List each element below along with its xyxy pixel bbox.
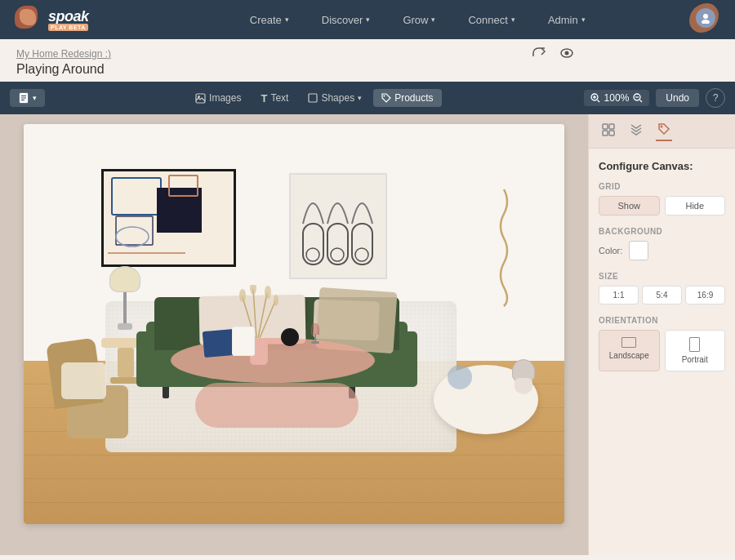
svg-point-0	[703, 14, 708, 19]
coffee-table[interactable]	[158, 338, 387, 428]
nav-item-grow[interactable]: Grow ▾	[388, 0, 450, 39]
svg-point-43	[661, 126, 663, 128]
canvas-frame	[24, 124, 564, 524]
color-label: Color:	[599, 246, 622, 256]
background-label: BACKGROUND	[599, 227, 725, 236]
file-icon	[18, 92, 29, 104]
svg-point-30	[355, 248, 368, 261]
squiggle-svg	[492, 185, 515, 308]
text-tool-button[interactable]: T Text	[252, 89, 296, 108]
portrait-button[interactable]: Portrait	[665, 330, 726, 371]
logo-text: spoak	[48, 9, 89, 24]
nav-bar: spoak PLAY BETA Create ▾ Discover ▾ Grow…	[0, 0, 735, 39]
size-btn-16-9[interactable]: 16:9	[685, 286, 725, 304]
nav-item-connect[interactable]: Connect ▾	[453, 0, 529, 39]
page-title: Playing Around	[0, 62, 735, 82]
svg-line-13	[597, 100, 599, 103]
share-button[interactable]	[530, 44, 548, 66]
breadcrumb[interactable]: My Home Redesign :)	[16, 48, 111, 60]
orientation-label: ORIENTATION	[599, 316, 725, 325]
tag-panel-icon	[657, 122, 670, 136]
art-left[interactable]	[101, 169, 236, 267]
svg-point-24	[116, 227, 149, 247]
zoom-icon	[590, 93, 600, 103]
svg-rect-6	[21, 98, 26, 99]
panel-content: Configure Canvas: GRID Show Hide BACKGRO…	[589, 149, 735, 394]
user-avatar[interactable]	[689, 3, 722, 36]
svg-point-35	[239, 289, 246, 302]
lamp[interactable]	[109, 266, 140, 330]
art-right-svg	[291, 175, 385, 278]
grid-section: GRID Show Hide	[599, 182, 725, 216]
svg-rect-40	[609, 124, 614, 129]
zoom-out-icon	[633, 93, 643, 103]
nav-item-create[interactable]: Create ▾	[235, 0, 304, 39]
svg-point-38	[274, 295, 278, 306]
main-content: Configure Canvas: GRID Show Hide BACKGRO…	[0, 114, 735, 555]
products-tool-button[interactable]: Products	[373, 89, 441, 107]
svg-rect-27	[352, 224, 372, 264]
logo-badge: PLAY BETA	[48, 24, 88, 31]
tag-icon	[381, 93, 391, 103]
panel-tabs	[589, 114, 735, 149]
toolbar: ▾ Images T Text Shapes ▾ P	[0, 82, 735, 114]
svg-rect-7	[21, 100, 24, 100]
grid-hide-button[interactable]: Hide	[665, 196, 726, 216]
background-section: BACKGROUND Color:	[599, 227, 725, 260]
nav-item-admin[interactable]: Admin ▾	[533, 0, 600, 39]
undo-button[interactable]: Undo	[656, 89, 699, 107]
orientation-section: ORIENTATION Landscape Portrait	[599, 316, 725, 371]
svg-rect-5	[21, 96, 26, 96]
side-chair-left[interactable]	[55, 340, 145, 438]
svg-point-37	[265, 286, 271, 299]
svg-point-29	[331, 248, 344, 261]
size-btn-1-1[interactable]: 1:1	[599, 286, 639, 304]
preview-button[interactable]	[558, 44, 576, 66]
art-left-svg	[104, 171, 234, 264]
art-right[interactable]	[289, 173, 387, 279]
shapes-tool-button[interactable]: Shapes ▾	[300, 89, 370, 107]
file-menu-button[interactable]: ▾	[10, 89, 45, 107]
image-icon	[195, 93, 206, 104]
landscape-button[interactable]: Landscape	[599, 330, 660, 371]
panel-tab-grid[interactable]	[600, 122, 617, 140]
panel-tab-layers[interactable]	[628, 122, 644, 140]
pouf-right[interactable]	[430, 353, 544, 442]
nav-items: Create ▾ Discover ▾ Grow ▾ Connect ▾ Adm…	[114, 0, 722, 39]
help-button[interactable]: ?	[706, 88, 725, 108]
canvas-area[interactable]	[0, 114, 588, 555]
share-icon	[532, 46, 546, 60]
grid-icon	[602, 123, 615, 136]
art-squiggle	[492, 185, 515, 308]
svg-point-9	[198, 96, 200, 98]
portrait-icon	[689, 337, 700, 352]
color-swatch[interactable]	[629, 241, 648, 260]
svg-rect-42	[609, 131, 614, 136]
configure-title: Configure Canvas:	[599, 160, 725, 172]
svg-point-11	[384, 96, 385, 97]
grid-label: GRID	[599, 182, 725, 191]
images-tool-button[interactable]: Images	[187, 89, 249, 107]
breadcrumb-area: My Home Redesign :)	[0, 39, 735, 62]
svg-point-36	[250, 285, 256, 295]
svg-rect-25	[303, 224, 323, 264]
grid-show-button[interactable]: Show	[599, 196, 660, 216]
nav-item-discover[interactable]: Discover ▾	[307, 0, 385, 39]
layers-icon	[630, 123, 643, 136]
svg-rect-41	[603, 131, 608, 136]
size-btn-5-4[interactable]: 5:4	[642, 286, 682, 304]
svg-point-1	[702, 20, 710, 24]
shapes-icon	[308, 93, 318, 103]
zoom-control[interactable]: 100%	[584, 90, 650, 106]
landscape-icon	[621, 337, 636, 348]
user-icon	[700, 12, 711, 24]
svg-rect-26	[327, 224, 348, 264]
svg-point-3	[565, 51, 569, 56]
side-panel: Configure Canvas: GRID Show Hide BACKGRO…	[588, 114, 735, 555]
logo-shape	[13, 4, 44, 35]
panel-tab-tag[interactable]	[656, 121, 672, 141]
size-label: SIZE	[599, 272, 725, 281]
svg-point-28	[306, 248, 319, 261]
size-section: SIZE 1:1 5:4 16:9	[599, 272, 725, 304]
logo[interactable]: spoak PLAY BETA	[13, 4, 89, 35]
